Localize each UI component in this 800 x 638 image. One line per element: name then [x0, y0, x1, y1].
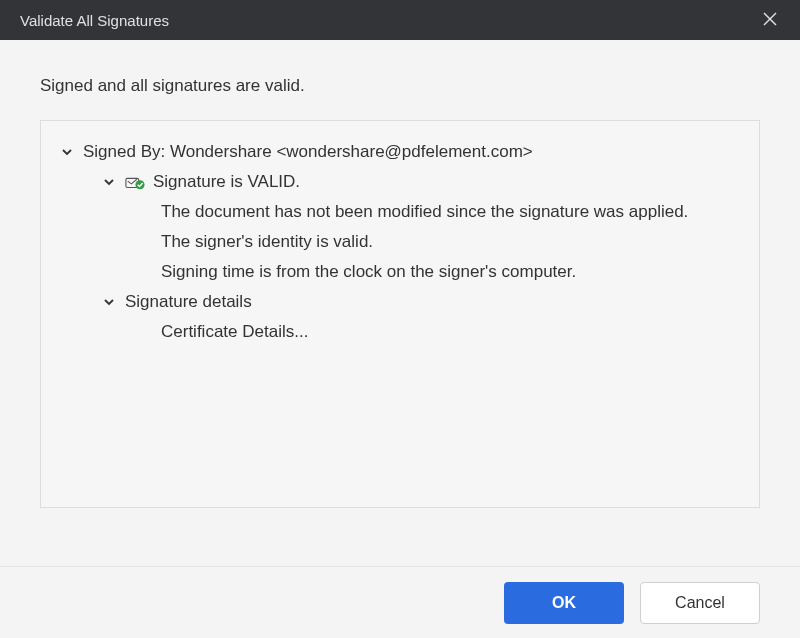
signature-valid-icon: [125, 174, 145, 190]
svg-point-3: [135, 180, 144, 189]
dialog-title: Validate All Signatures: [20, 12, 169, 29]
detail-signing-time: Signing time is from the clock on the si…: [161, 257, 576, 287]
signature-tree-panel: Signed By: Wondershare <wondershare@pdfe…: [40, 120, 760, 508]
cancel-button[interactable]: Cancel: [640, 582, 760, 624]
dialog-footer: OK Cancel: [0, 566, 800, 638]
titlebar: Validate All Signatures: [0, 0, 800, 40]
certificate-details-label: Certificate Details...: [161, 317, 308, 347]
tree-row-detail: Signing time is from the clock on the si…: [59, 257, 741, 287]
chevron-down-icon: [59, 144, 75, 160]
close-button[interactable]: [756, 6, 784, 34]
chevron-down-icon: [101, 294, 117, 310]
tree-row-signed-by[interactable]: Signed By: Wondershare <wondershare@pdfe…: [59, 137, 741, 167]
close-icon: [762, 11, 778, 30]
valid-label: Signature is VALID.: [153, 167, 300, 197]
signature-details-label: Signature details: [125, 287, 252, 317]
tree-row-valid[interactable]: Signature is VALID.: [59, 167, 741, 197]
chevron-down-icon: [101, 174, 117, 190]
content-area: Signed and all signatures are valid. Sig…: [0, 40, 800, 566]
detail-not-modified: The document has not been modified since…: [161, 197, 688, 227]
tree-row-signature-details[interactable]: Signature details: [59, 287, 741, 317]
tree-row-detail: The document has not been modified since…: [59, 197, 741, 227]
signed-by-label: Signed By: Wondershare <wondershare@pdfe…: [83, 137, 533, 167]
status-message: Signed and all signatures are valid.: [40, 76, 760, 96]
detail-identity-valid: The signer's identity is valid.: [161, 227, 373, 257]
tree-row-certificate-details[interactable]: Certificate Details...: [59, 317, 741, 347]
tree-row-detail: The signer's identity is valid.: [59, 227, 741, 257]
ok-button[interactable]: OK: [504, 582, 624, 624]
